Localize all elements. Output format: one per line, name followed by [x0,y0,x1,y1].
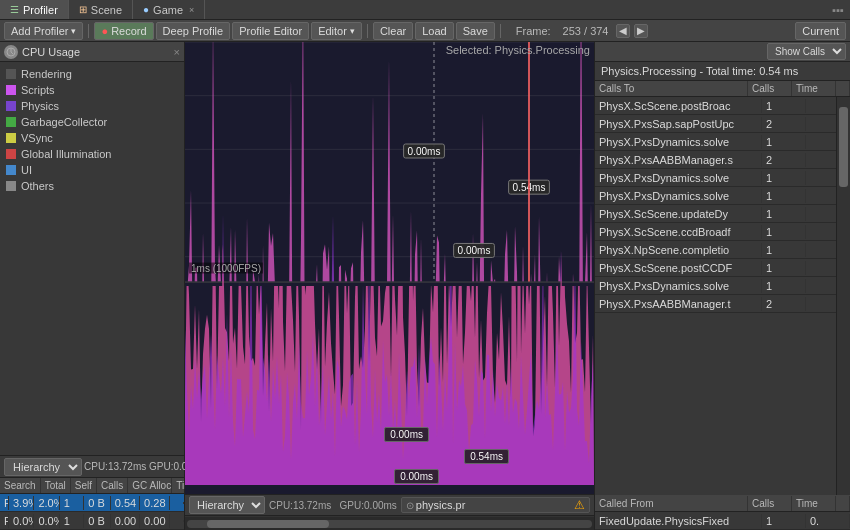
col-calls-header: Calls [97,478,128,493]
legend-rendering: Rendering [6,66,178,82]
add-profiler-button[interactable]: Add Profiler ▾ [4,22,83,40]
right-row[interactable]: PhysX.ScScene.updateDy 1 [595,205,850,223]
record-icon: ● [101,25,108,37]
cpu-close-button[interactable]: × [174,46,180,58]
calls-to-header: Calls To Calls Time [595,81,850,97]
editor-dropdown-icon: ▾ [350,26,355,36]
tab-bar: ☰ Profiler ⊞ Scene ● Game × ▪▪▪ [0,0,850,20]
legend-gc: GarbageCollector [6,114,178,130]
chart-area[interactable]: Selected: Physics.Processing 1ms (1000FP… [185,42,594,494]
right-row[interactable]: PhysX.ScScene.ccdBroadf 1 [595,223,850,241]
row-calls: 1 [60,496,84,510]
right-row[interactable]: PhysX.ScScene.postCCDF 1 [595,259,850,277]
time-col-header: Time [792,81,836,96]
right-scrollbar[interactable] [836,97,850,495]
row-total: 3.9% [9,496,34,510]
legend-scripts: Scripts [6,82,178,98]
filter-hierarchy-select[interactable]: Hierarchy [189,496,265,514]
search-icon: ⊙ [406,500,414,511]
called-from-calls-col: Calls [748,496,792,511]
right-row[interactable]: PhysX.PxsDynamics.solve 1 [595,187,850,205]
right-row[interactable]: PhysX.PxsSap.sapPostUpc 2 [595,115,850,133]
called-from-time-col: Time [792,496,836,511]
row-self: 2.0% [34,496,59,510]
tab-scene-label: Scene [91,4,122,16]
col-total-header: Total [41,478,71,493]
row-gc: 0 B [84,496,110,510]
right-row[interactable]: PhysX.PxsAABBManager.t 2 [595,295,850,313]
row-self2: 0.28 [140,496,169,510]
gi-color [6,149,16,159]
legend: Rendering Scripts Physics GarbageCollect… [0,62,184,455]
clear-button[interactable]: Clear [373,22,413,40]
center-panel: Selected: Physics.Processing 1ms (1000FP… [185,42,595,530]
tab-profiler-label: Profiler [23,4,58,16]
tab-scene[interactable]: ⊞ Scene [69,0,133,19]
filter-search-input[interactable] [416,499,572,511]
tab-game-label: Game [153,4,183,16]
legend-physics: Physics [6,98,178,114]
table-row[interactable]: Physics.Processing 3.9% 2.0% 1 0 B 0.54 … [0,494,184,512]
right-row[interactable]: PhysX.NpScene.completio 1 [595,241,850,259]
filter-search-box[interactable]: ⊙ ⚠ [401,497,590,513]
right-total-label: Physics.Processing - Total time: 0.54 ms [595,62,850,81]
current-button[interactable]: Current [795,22,846,40]
cpu-usage-label: CPU Usage [22,46,80,58]
called-from-row[interactable]: FixedUpdate.PhysicsFixed 1 0. [595,512,850,530]
row-name: Physics.Processing [0,496,9,510]
filter-warn-icon: ⚠ [574,498,585,512]
vsync-color [6,133,16,143]
right-panel: Show Calls Physics.Processing - Total ti… [595,42,850,530]
row-total: 0.0% [9,514,34,528]
others-color [6,181,16,191]
right-row[interactable]: PhysX.ScScene.postBroac 1 [595,97,850,115]
show-calls-select[interactable]: Show Calls [767,43,846,60]
row-time: 0.00 [111,514,140,528]
editor-button[interactable]: Editor ▾ [311,22,362,40]
called-from-col: Called From [595,496,748,511]
frame-prev-button[interactable]: ◀ [616,24,630,38]
profile-editor-button[interactable]: Profile Editor [232,22,309,40]
deep-profile-button[interactable]: Deep Profile [156,22,231,40]
filter-cpu-stats: CPU:13.72ms GPU:0.00ms [269,500,397,511]
toolbar-separator [88,24,89,38]
legend-vsync: VSync [6,130,178,146]
table-header: Search Total Self Calls GC Alloc Time ms… [0,478,184,494]
calls-col-header: Calls [748,81,792,96]
profiler-icon: ☰ [10,4,19,15]
row-calls: 1 [60,514,84,528]
row-self2: 0.00 [140,514,169,528]
tab-profiler[interactable]: ☰ Profiler [0,0,69,19]
frame-next-button[interactable]: ▶ [634,24,648,38]
physics-color [6,101,16,111]
save-button[interactable]: Save [456,22,495,40]
right-row[interactable]: PhysX.PxsDynamics.solve 1 [595,277,850,295]
left-bottom: Hierarchy CPU:13.72ms GPU:0.00ms Search … [0,455,184,530]
row-name: Physics.ProcessReports [0,514,9,528]
record-button[interactable]: ● Record [94,22,153,40]
chart-scrollbar-thumb[interactable] [207,520,329,528]
cpu-usage-header: CPU Usage × [0,42,184,62]
right-row[interactable]: PhysX.PxsDynamics.solve 1 [595,169,850,187]
right-row[interactable]: PhysX.PxsDynamics.solve 1 [595,133,850,151]
cpu-icon [4,45,18,59]
window-controls: ▪▪▪ [826,4,850,16]
row-gc: 0 B [84,514,110,528]
right-scrollbar-thumb[interactable] [839,107,848,187]
gc-color [6,117,16,127]
scroll-spacer [836,81,850,96]
legend-ui: UI [6,162,178,178]
tab-game[interactable]: ● Game × [133,0,205,19]
hierarchy-select[interactable]: Hierarchy [4,458,82,476]
main-layout: CPU Usage × Rendering Scripts Physics Ga… [0,42,850,530]
game-tab-close[interactable]: × [189,5,194,15]
chart-bottom-scroll [185,516,594,530]
frame-info: Frame: 253 / 374 ◀ ▶ [512,24,649,38]
table-row[interactable]: Physics.ProcessReports 0.0% 0.0% 1 0 B 0… [0,512,184,530]
toolbar: Add Profiler ▾ ● Record Deep Profile Pro… [0,20,850,42]
load-button[interactable]: Load [415,22,453,40]
legend-others: Others [6,178,178,194]
right-row[interactable]: PhysX.PxsAABBManager.s 2 [595,151,850,169]
chart-horizontal-scrollbar[interactable] [187,520,592,528]
row-self: 0.0% [34,514,59,528]
